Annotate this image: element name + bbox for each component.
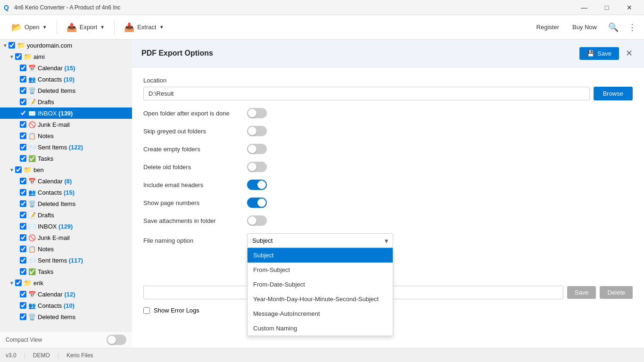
erik-calendar-checkbox[interactable] <box>20 291 26 297</box>
dropdown-from-subject[interactable]: From-Subject <box>248 263 393 277</box>
tree-erik-calendar[interactable]: 📅 Calendar (12) <box>0 288 132 300</box>
dropdown-subject[interactable]: Subject <box>248 248 393 263</box>
aimi-sent-label: Sent Items (122) <box>38 144 83 151</box>
more-options-button[interactable]: ⋮ <box>626 20 638 34</box>
export-body: Location Browse Open folder after export… <box>132 67 644 323</box>
export-dropdown-icon[interactable]: ▼ <box>100 25 105 30</box>
ben-expand-icon[interactable]: ▼ <box>8 166 15 173</box>
tree-user-erik[interactable]: ▼ 📁 erik <box>0 277 132 288</box>
aimi-junk-checkbox[interactable] <box>20 121 26 128</box>
aimi-deleted-checkbox[interactable] <box>20 87 26 94</box>
create-empty-label: Create empty folders <box>143 146 247 153</box>
tree-domain-root[interactable]: ▼ 📁 yourdomain.com <box>0 40 132 51</box>
tree-aimi-junk[interactable]: 🚫 Junk E-mail <box>0 119 132 130</box>
ben-sent-checkbox[interactable] <box>20 257 26 263</box>
tree-aimi-contacts[interactable]: 👥 Contacts (10) <box>0 74 132 85</box>
register-button[interactable]: Register <box>533 22 563 33</box>
tree-ben-tasks[interactable]: ✅ Tasks <box>0 266 132 277</box>
tree-ben-deleted[interactable]: 🗑️ Deleted Items <box>0 198 132 209</box>
dropdown-year-month-day[interactable]: Year-Month-Day-Hour-Minute-Second-Subjec… <box>248 292 393 306</box>
ben-deleted-checkbox[interactable] <box>20 200 26 207</box>
compact-view-toggle[interactable] <box>107 335 126 345</box>
aimi-inbox-checkbox[interactable] <box>20 110 26 116</box>
erik-contacts-checkbox[interactable] <box>20 302 26 309</box>
create-empty-slider <box>247 144 267 154</box>
file-naming-select[interactable]: Subject From-Subject From-Date-Subject Y… <box>247 233 393 248</box>
aimi-checkbox[interactable] <box>15 53 22 60</box>
dropdown-from-date-subject[interactable]: From-Date-Subject <box>248 277 393 292</box>
include-headers-toggle[interactable] <box>247 180 267 190</box>
minimize-button[interactable]: — <box>573 0 595 15</box>
tree-erik-contacts[interactable]: 👥 Contacts (10) <box>0 300 132 311</box>
show-page-numbers-toggle[interactable] <box>247 197 267 208</box>
location-input[interactable] <box>143 87 590 100</box>
erik-checkbox[interactable] <box>15 280 22 286</box>
extract-dropdown-icon[interactable]: ▼ <box>159 25 164 30</box>
create-empty-toggle[interactable] <box>247 144 267 154</box>
export-close-button[interactable]: ✕ <box>624 46 635 60</box>
tree-aimi-calendar[interactable]: 📅 Calendar (15) <box>0 62 132 74</box>
aimi-contacts-checkbox[interactable] <box>20 76 26 82</box>
file-naming-dropdown[interactable]: Subject From-Subject From-Date-Subject Y… <box>247 248 393 336</box>
tree-aimi-notes[interactable]: 📋 Notes <box>0 130 132 141</box>
domain-folder-icon: 📁 <box>17 41 25 49</box>
save-attachments-slider <box>247 215 267 226</box>
extract-button[interactable]: 📥 Extract ▼ <box>118 19 169 35</box>
erik-deleted-checkbox[interactable] <box>20 313 26 320</box>
tree-ben-junk[interactable]: 🚫 Junk E-mail <box>0 232 132 243</box>
maximize-button[interactable]: □ <box>596 0 618 15</box>
ben-calendar-checkbox[interactable] <box>20 178 26 184</box>
tree-ben-inbox[interactable]: ✉️ INBOX (129) <box>0 221 132 232</box>
domain-expand-icon[interactable]: ▼ <box>2 42 8 49</box>
ben-contacts-checkbox[interactable] <box>20 189 26 196</box>
aimi-expand-icon[interactable]: ▼ <box>8 53 15 60</box>
profile-delete-button[interactable]: Delete <box>600 286 633 299</box>
tree-aimi-deleted[interactable]: 🗑️ Deleted Items <box>0 85 132 96</box>
ben-inbox-checkbox[interactable] <box>20 223 26 230</box>
export-button[interactable]: 📤 Export ▼ <box>61 19 110 35</box>
tree-aimi-tasks[interactable]: ✅ Tasks <box>0 153 132 164</box>
ben-tasks-checkbox[interactable] <box>20 268 26 275</box>
tree-aimi-sent[interactable]: 📨 Sent Items (122) <box>0 141 132 153</box>
delete-old-toggle[interactable] <box>247 162 267 172</box>
tree-ben-sent[interactable]: 📨 Sent Items (117) <box>0 255 132 266</box>
location-label: Location <box>143 77 247 84</box>
aimi-sent-checkbox[interactable] <box>20 144 26 150</box>
ben-junk-checkbox[interactable] <box>20 234 26 241</box>
skip-greyed-toggle[interactable] <box>247 126 267 136</box>
export-save-button[interactable]: 💾 Save <box>579 47 619 60</box>
ben-drafts-checkbox[interactable] <box>20 212 26 218</box>
dropdown-message-auto[interactable]: Message-AutoIncrement <box>248 306 393 321</box>
browse-button[interactable]: Browse <box>594 87 633 100</box>
tree-ben-contacts[interactable]: 👥 Contacts (15) <box>0 187 132 198</box>
close-button[interactable]: ✕ <box>619 0 640 15</box>
open-dropdown-icon[interactable]: ▼ <box>42 25 47 30</box>
tree-aimi-inbox[interactable]: ✉️ INBOX (139) <box>0 107 132 119</box>
ben-notes-checkbox[interactable] <box>20 246 26 252</box>
tree-ben-calendar[interactable]: 📅 Calendar (8) <box>0 175 132 187</box>
save-attachments-toggle[interactable] <box>247 215 267 226</box>
ben-checkbox[interactable] <box>15 166 22 173</box>
aimi-tasks-checkbox[interactable] <box>20 155 26 162</box>
aimi-calendar-checkbox[interactable] <box>20 65 26 71</box>
tree-ben-drafts[interactable]: 📝 Drafts <box>0 209 132 221</box>
buy-now-button[interactable]: Buy Now <box>569 22 601 33</box>
profile-save-button[interactable]: Save <box>567 286 596 299</box>
erik-expand-icon[interactable]: ▼ <box>8 280 15 286</box>
tree-ben-notes[interactable]: 📋 Notes <box>0 243 132 255</box>
aimi-notes-checkbox[interactable] <box>20 132 26 139</box>
aimi-drafts-checkbox[interactable] <box>20 99 26 105</box>
tree-user-aimi[interactable]: ▼ 📁 aimi <box>0 51 132 62</box>
tree-user-ben[interactable]: ▼ 📁 ben <box>0 164 132 175</box>
dropdown-custom-naming[interactable]: Custom Naming <box>248 321 393 336</box>
tree-aimi-drafts[interactable]: 📝 Drafts <box>0 96 132 107</box>
domain-checkbox[interactable] <box>8 42 15 49</box>
open-folder-toggle[interactable] <box>247 108 267 118</box>
erik-calendar-icon: 📅 <box>28 291 36 298</box>
show-error-logs-checkbox[interactable] <box>143 307 150 314</box>
file-naming-row: File naming option Subject From-Subject … <box>143 233 633 248</box>
open-button[interactable]: 📂 Open ▼ <box>6 19 53 35</box>
file-naming-select-wrapper: Subject From-Subject From-Date-Subject Y… <box>247 233 393 248</box>
search-button[interactable]: 🔍 <box>606 20 620 34</box>
tree-erik-deleted[interactable]: 🗑️ Deleted Items <box>0 311 132 322</box>
